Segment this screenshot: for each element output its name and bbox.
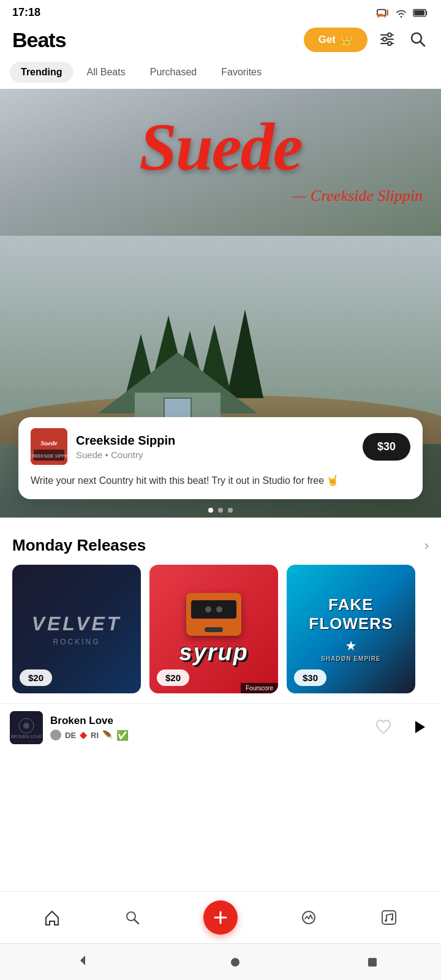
svg-marker-31: [415, 721, 425, 733]
beat-tile-fakeflowers[interactable]: FAKE FLOWERS SHADØN EMPIRE $30: [287, 565, 415, 693]
beat-card: Suede CREEKSIDE SIPPIN Creekside Sippin …: [18, 417, 423, 499]
sys-recent-button[interactable]: [368, 958, 377, 967]
hero-section: Suede — Creekside Slippin Suede CREEKSID…: [0, 89, 441, 518]
app-title: Beats: [12, 28, 66, 52]
tile-velvet-price: $20: [20, 669, 52, 686]
tab-all-beats[interactable]: All Beats: [76, 62, 137, 83]
svg-marker-26: [346, 641, 356, 650]
status-bar: 17:18: [0, 0, 441, 23]
tag-ri-label: RI: [91, 731, 99, 740]
svg-rect-3: [414, 10, 424, 15]
hero-dots: [208, 508, 233, 513]
battery-icon: [413, 8, 429, 18]
tag-check: ✅: [116, 729, 129, 741]
header-actions: Get 👑: [304, 28, 429, 52]
bottom-nav: [0, 891, 441, 943]
beat-tile-syrup[interactable]: syrup $20 Fourscore: [149, 565, 278, 693]
sys-back-button[interactable]: [64, 948, 102, 977]
tile-syrup-label: syrup: [179, 639, 248, 666]
svg-point-7: [383, 37, 386, 41]
play-icon: [409, 717, 429, 737]
hero-landscape: [0, 236, 441, 444]
back-icon: [77, 954, 90, 967]
beat-price-button[interactable]: $30: [363, 433, 410, 461]
svg-marker-40: [80, 956, 85, 965]
svg-rect-1: [386, 9, 388, 15]
sys-home-button[interactable]: [231, 958, 239, 967]
np-title: Broken Love: [50, 715, 365, 727]
beat-card-top: Suede CREEKSIDE SIPPIN Creekside Sippin …: [31, 428, 410, 465]
filter-button[interactable]: [376, 29, 398, 51]
tab-favorites[interactable]: Favorites: [210, 62, 273, 83]
beat-info: Suede CREEKSIDE SIPPIN Creekside Sippin …: [31, 428, 175, 465]
np-thumbnail: BROKEN LOVE: [10, 711, 43, 744]
dot-3: [228, 508, 233, 513]
beat-description: Write your next Country hit with this be…: [31, 473, 410, 488]
cast-icon: [376, 7, 390, 18]
heart-icon: [375, 719, 392, 735]
activity-icon: [300, 909, 317, 926]
section-arrow[interactable]: ›: [424, 538, 429, 554]
beat-name: Creekside Sippin: [76, 434, 175, 448]
status-time: 17:18: [12, 6, 40, 19]
dot-2: [218, 508, 223, 513]
svg-text:BROKEN LOVE: BROKEN LOVE: [11, 734, 42, 739]
tag-diamond: ◆: [80, 730, 87, 740]
get-button-label: Get: [318, 34, 336, 46]
search-nav-icon: [124, 909, 141, 926]
np-info: Broken Love DE ◆ RI 🪶 ✅: [50, 715, 365, 741]
home-icon: [43, 909, 61, 926]
section-header: Monday Releases ›: [12, 536, 429, 555]
tile-velvet-sublabel: ROCKING: [32, 638, 122, 646]
add-icon: [212, 909, 229, 926]
svg-line-33: [134, 919, 138, 924]
tab-purchased[interactable]: Purchased: [139, 62, 208, 83]
beat-meta: Suede • Country: [76, 450, 175, 460]
get-button[interactable]: Get 👑: [304, 28, 368, 52]
tag-de: [50, 729, 61, 741]
header: Beats Get 👑: [0, 23, 441, 59]
np-play-button[interactable]: [407, 715, 431, 741]
nav-music[interactable]: [380, 909, 398, 926]
tabs-bar: Trending All Beats Purchased Favorites: [0, 59, 441, 89]
crown-icon: 👑: [341, 34, 353, 46]
hero-subtitle: — Creekside Slippin: [292, 187, 423, 205]
svg-point-29: [23, 723, 29, 729]
hero-artist-name: Suede: [0, 113, 441, 181]
beat-thumbnail: Suede CREEKSIDE SIPPIN: [31, 428, 67, 465]
tile-flowers-label: FAKE FLOWERS SHADØN EMPIRE: [309, 595, 393, 663]
nav-activity[interactable]: [300, 909, 317, 926]
svg-text:Suede: Suede: [40, 439, 58, 447]
now-playing-bar: BROKEN LOVE Broken Love DE ◆ RI 🪶 ✅: [0, 703, 441, 752]
search-button[interactable]: [407, 28, 429, 52]
svg-point-38: [385, 919, 387, 922]
nav-search[interactable]: [124, 909, 141, 926]
tile-flowers-price: $30: [294, 669, 326, 686]
tile-syrup-price: $20: [157, 669, 189, 686]
nav-home[interactable]: [43, 909, 61, 926]
beat-tile-velvet[interactable]: VELVET ROCKING $20: [12, 565, 141, 693]
svg-point-5: [388, 33, 391, 37]
monday-releases-section: Monday Releases › VELVET ROCKING $20: [0, 518, 441, 703]
search-icon: [409, 31, 426, 48]
section-title: Monday Releases: [12, 536, 146, 555]
svg-text:CREEKSIDE SIPPIN: CREEKSIDE SIPPIN: [31, 454, 67, 458]
tag-leaf-icon: 🪶: [102, 730, 113, 740]
dot-1: [208, 508, 213, 513]
system-nav: [0, 943, 441, 980]
np-tags: DE ◆ RI 🪶 ✅: [50, 729, 365, 741]
np-heart-button[interactable]: [372, 717, 394, 739]
tile-velvet-label: VELVET: [32, 612, 122, 635]
np-actions: [372, 715, 431, 741]
wifi-icon: [394, 7, 408, 18]
status-icons: [376, 7, 429, 18]
svg-line-11: [420, 42, 424, 46]
tab-trending[interactable]: Trending: [10, 62, 74, 83]
svg-rect-37: [382, 911, 396, 924]
filter-icon: [379, 32, 396, 47]
music-icon: [380, 909, 398, 926]
svg-point-9: [388, 42, 391, 45]
beat-tiles: VELVET ROCKING $20 syrup: [12, 565, 429, 693]
nav-add-button[interactable]: [203, 900, 238, 935]
beat-details: Creekside Sippin Suede • Country: [76, 434, 175, 460]
